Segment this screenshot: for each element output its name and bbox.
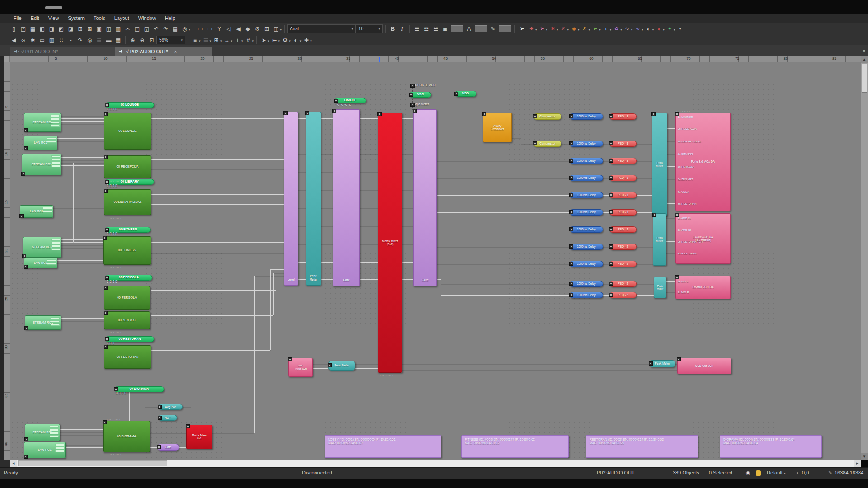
wire[interactable] (666, 218, 675, 218)
port-connector-icon[interactable] (24, 455, 28, 459)
delay-1000ms-11[interactable]: 1000ms Delay (570, 292, 603, 298)
port-connector-icon[interactable] (652, 213, 656, 217)
wire[interactable] (151, 350, 270, 351)
wire[interactable] (666, 292, 675, 292)
port-connector-icon[interactable] (104, 189, 108, 193)
new-site-icon[interactable]: ◧ (38, 24, 47, 33)
port-connector-icon[interactable] (24, 437, 28, 441)
zone-00-library-izlaz[interactable]: 00 LIBRARY IZLAZ (104, 189, 151, 215)
wire[interactable] (61, 165, 104, 166)
monitor-icon[interactable]: ▭ (38, 36, 47, 45)
port-connector-icon[interactable] (377, 112, 382, 116)
dropdown-caret-icon[interactable]: ▾ (557, 28, 558, 32)
vertical-scrollbar[interactable]: ▲ ▼ (861, 56, 868, 460)
port-connector-icon[interactable] (609, 114, 613, 118)
port-connector-icon[interactable] (158, 405, 162, 409)
module-tool-2-icon[interactable]: ➤ (538, 24, 547, 33)
port-connector-icon[interactable] (410, 84, 415, 88)
port-connector-icon[interactable] (157, 445, 161, 449)
delay-1000ms-1[interactable]: 1000ms Delay (570, 113, 603, 120)
level-column[interactable]: Level (284, 112, 298, 286)
center-objects-icon[interactable]: + (233, 36, 242, 45)
wire[interactable] (603, 230, 609, 230)
port-connector-icon[interactable] (482, 112, 486, 116)
pan-hand-icon[interactable] (756, 470, 761, 476)
output-port-label[interactable]: 1b AMB 01 (678, 217, 691, 220)
peq-6[interactable]: PEQ - 3 (609, 209, 637, 216)
wire[interactable] (61, 124, 104, 124)
wire[interactable] (603, 284, 609, 284)
flow-view-icon[interactable]: ◫ (272, 24, 281, 33)
peq-11[interactable]: PEQ - 2 (609, 292, 637, 298)
wire[interactable] (61, 321, 104, 321)
preset-selector[interactable]: Default ▾ (767, 470, 785, 475)
search-doc-icon[interactable]: ◎ (85, 36, 94, 45)
dropdown-caret-icon[interactable]: ▾ (268, 39, 269, 43)
wire[interactable] (637, 195, 652, 196)
port-tag[interactable] (55, 447, 64, 449)
port-connector-icon[interactable] (533, 114, 537, 118)
wire[interactable] (313, 364, 328, 364)
print-icon[interactable]: ▤ (170, 24, 180, 33)
wire[interactable] (151, 159, 284, 160)
help-icon[interactable]: ◎ (180, 24, 189, 33)
output-port-label[interactable]: 7a VILLA (678, 191, 689, 194)
delay-1000ms-3[interactable]: 1000ms Delay (570, 158, 603, 164)
panel-icon[interactable]: ▬ (104, 36, 113, 45)
port-tag[interactable] (47, 141, 56, 143)
dropdown-caret-icon[interactable]: ▾ (652, 28, 654, 32)
input-lan-rc1-b[interactable]: LAN RC1 (20, 205, 53, 218)
dropdown-caret-icon[interactable]: ▾ (220, 39, 222, 43)
dropdown-caret-icon[interactable]: ▾ (310, 39, 312, 43)
wire[interactable] (57, 138, 104, 139)
wire[interactable] (57, 263, 104, 263)
port-connector-icon[interactable] (454, 92, 458, 96)
wire[interactable] (603, 117, 609, 117)
port-connector-icon[interactable] (609, 282, 613, 286)
zoom-out-icon[interactable]: ⊖ (137, 36, 147, 45)
output-exmix-2ch-da[interactable]: Ex-MIX 2CH DA1c MIX L2c MIX R (675, 276, 731, 299)
wire[interactable] (603, 178, 609, 178)
output-port-label[interactable]: 4b RESTORAN (678, 252, 697, 255)
add-node-icon[interactable]: ✚ (302, 36, 311, 45)
port-connector-icon[interactable] (410, 103, 415, 107)
voip-input[interactable]: VoIPInput 2Ch (288, 358, 313, 377)
zone-00-fitness[interactable]: 00 FITNESS (103, 236, 151, 265)
dropdown-caret-icon[interactable]: ▾ (280, 28, 282, 32)
grid-icon[interactable]: ▦ (113, 36, 123, 45)
wire[interactable] (179, 447, 186, 448)
compressor-1[interactable]: Compressor (533, 113, 561, 120)
wrench-icon[interactable]: ⚙ (253, 24, 262, 33)
port-connector-icon[interactable] (24, 146, 28, 150)
delay-1000ms-8[interactable]: 1000ms Delay (570, 244, 603, 250)
port-connector-icon[interactable] (569, 293, 573, 297)
port-connector-icon[interactable] (569, 159, 573, 163)
module-tool-5-icon[interactable]: ◆ (569, 24, 579, 33)
compressor-2[interactable]: Compressor (533, 141, 561, 147)
port-tag[interactable] (51, 248, 60, 250)
tabbar-close-icon[interactable]: × (863, 48, 866, 54)
port-tag[interactable] (51, 118, 60, 120)
dropdown-caret-icon[interactable]: ▾ (663, 28, 665, 32)
dropdown-caret-icon[interactable]: ▾ (546, 28, 548, 32)
vdd-pill[interactable]: VDD (455, 91, 476, 97)
font-family-combo[interactable]: Arial▾ (287, 24, 356, 33)
wire[interactable] (68, 167, 68, 321)
wire[interactable] (145, 407, 158, 407)
port-connector-icon[interactable] (569, 210, 573, 214)
port-tag[interactable] (43, 207, 52, 209)
wire[interactable] (151, 194, 284, 195)
wire[interactable] (666, 241, 675, 242)
wire[interactable] (637, 144, 652, 144)
wire[interactable] (60, 427, 103, 427)
output-port-label[interactable]: 6a ZEN VRT (678, 178, 693, 181)
port-tag[interactable] (51, 239, 60, 241)
zone-00-lounge[interactable]: 00 LOUNGE (104, 113, 151, 150)
wire[interactable] (151, 242, 284, 243)
dropdown-caret-icon[interactable]: ▾ (610, 28, 612, 32)
zone-00-recepcija[interactable]: 00 RECEPCIJA (104, 155, 151, 178)
bold-icon[interactable]: B (388, 24, 397, 33)
wire[interactable] (637, 295, 654, 296)
port-connector-icon[interactable] (334, 99, 338, 103)
output-usb-2ch[interactable]: USB Out 2CH (677, 358, 731, 374)
